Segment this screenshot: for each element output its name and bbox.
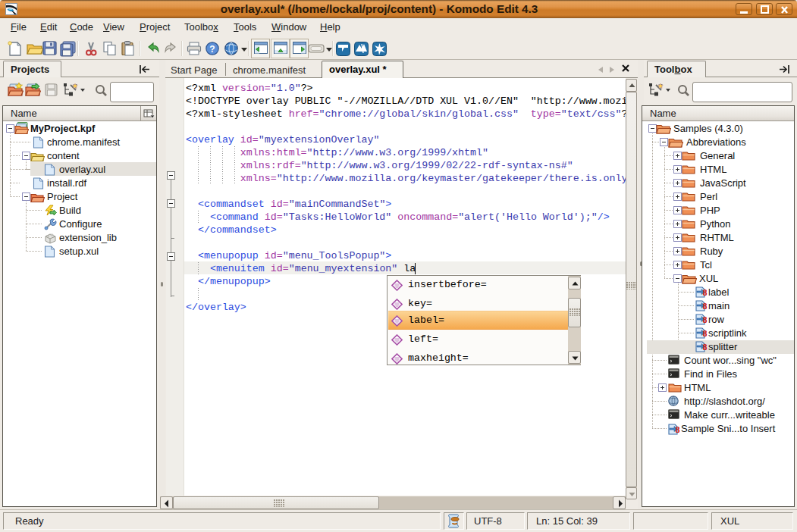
svg-text:?: ? xyxy=(209,44,215,55)
